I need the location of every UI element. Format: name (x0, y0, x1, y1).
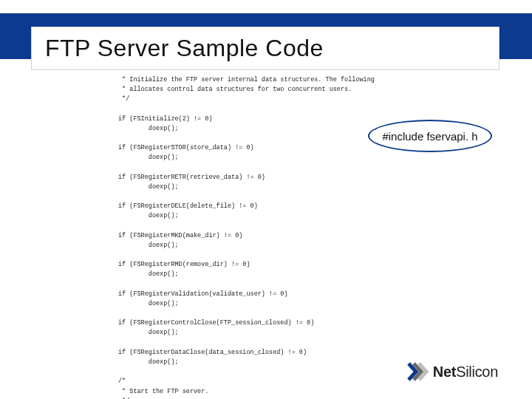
brand-text: NetSilicon (433, 364, 498, 381)
include-callout: #include fservapi. h (368, 120, 492, 152)
brand-text-bold: Net (433, 364, 456, 380)
brand-text-rest: Silicon (456, 364, 498, 380)
slide-title: FTP Server Sample Code (45, 35, 485, 62)
chevron-icon (406, 361, 429, 383)
title-card: FTP Server Sample Code (31, 27, 499, 70)
include-callout-text: #include fservapi. h (382, 130, 477, 143)
brand-logo: NetSilicon (406, 361, 498, 383)
